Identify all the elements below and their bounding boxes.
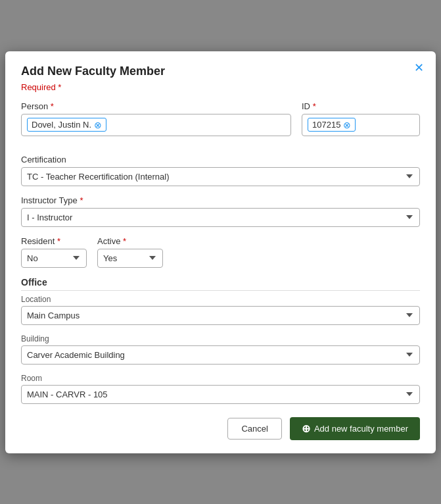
room-group: Room MAIN - CARVR - 105	[21, 374, 420, 404]
modal-title: Add New Faculty Member	[21, 64, 420, 78]
instructor-type-label: Instructor Type *	[21, 195, 420, 205]
person-input[interactable]: Dovel, Justin N. ⊗	[21, 114, 291, 136]
submit-icon: ⊕	[302, 422, 310, 435]
certification-label: Certification	[21, 155, 420, 164]
id-tag-remove[interactable]: ⊗	[343, 120, 351, 130]
instructor-type-group: Instructor Type * I - Instructor	[21, 195, 420, 227]
building-label: Building	[21, 334, 420, 343]
building-group: Building Carver Academic Building	[21, 334, 420, 365]
office-section: Office Location Main Campus Building Car…	[21, 277, 420, 404]
close-button[interactable]: ✕	[414, 62, 424, 74]
office-header: Office	[21, 277, 420, 291]
id-label: ID *	[302, 101, 420, 111]
active-label: Active *	[97, 236, 163, 246]
location-label: Location	[21, 295, 420, 304]
room-select[interactable]: MAIN - CARVR - 105	[21, 385, 420, 404]
person-label: Person *	[21, 101, 291, 111]
required-note: Required *	[21, 82, 420, 92]
modal-footer: Cancel ⊕ Add new faculty member	[21, 417, 420, 440]
location-group: Location Main Campus	[21, 295, 420, 325]
id-tag: 107215 ⊗	[308, 118, 356, 132]
resident-select[interactable]: No Yes	[21, 249, 87, 268]
person-tag-remove[interactable]: ⊗	[94, 120, 102, 130]
add-faculty-modal: Add New Faculty Member ✕ Required * Pers…	[5, 51, 436, 453]
location-select[interactable]: Main Campus	[21, 306, 420, 325]
building-select[interactable]: Carver Academic Building	[21, 345, 420, 365]
certification-select[interactable]: TC - Teacher Recertification (Internal)	[21, 167, 420, 186]
active-group: Active * Yes No	[97, 236, 163, 268]
active-select[interactable]: Yes No	[97, 249, 163, 268]
resident-group: Resident * No Yes	[21, 236, 87, 268]
person-tag: Dovel, Justin N. ⊗	[27, 118, 106, 132]
resident-active-row: Resident * No Yes Active * Yes No	[21, 236, 420, 268]
instructor-type-select[interactable]: I - Instructor	[21, 208, 420, 227]
resident-label: Resident *	[21, 236, 87, 246]
submit-label: Add new faculty member	[314, 424, 408, 434]
cancel-button[interactable]: Cancel	[227, 418, 281, 440]
room-label: Room	[21, 374, 420, 383]
id-input[interactable]: 107215 ⊗	[302, 114, 420, 136]
certification-group: Certification TC - Teacher Recertificati…	[21, 155, 420, 186]
submit-button[interactable]: ⊕ Add new faculty member	[290, 417, 420, 440]
